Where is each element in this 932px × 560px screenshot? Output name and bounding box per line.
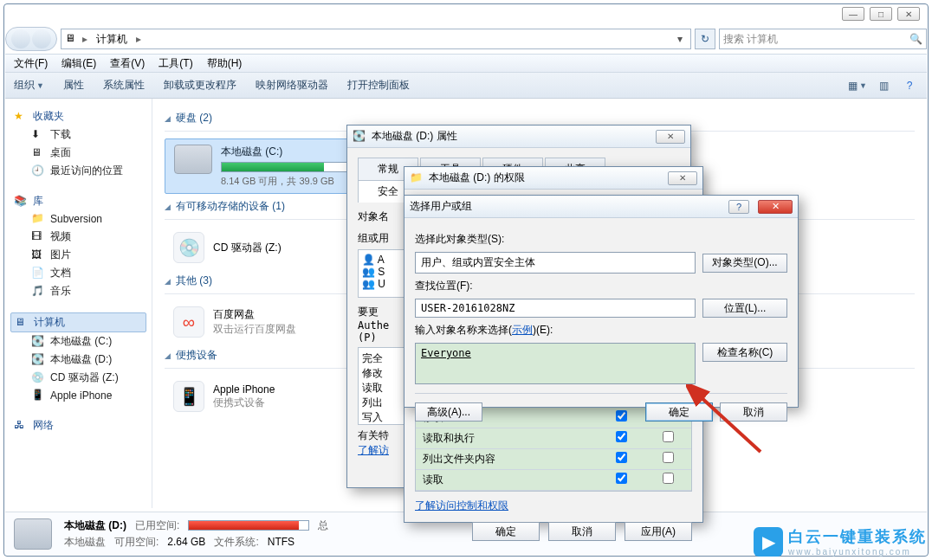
star-icon: ★ (14, 110, 28, 124)
toolbar-uninstall[interactable]: 卸载或更改程序 (164, 78, 236, 93)
navigation-bar: 🖥 ▸ 计算机 ▸ ▾ ↻ 搜索 计算机 🔍 (5, 26, 927, 52)
close-button[interactable]: ✕ (758, 200, 793, 214)
advanced-button[interactable]: 高级(A)... (415, 402, 482, 422)
sidebar-item-desktop[interactable]: 🖥桌面 (10, 144, 146, 162)
document-icon: 📄 (31, 267, 45, 280)
recent-icon: 🕘 (31, 164, 45, 178)
drive-c[interactable]: 本地磁盘 (C:) 8.14 GB 可用，共 39.9 GB (165, 138, 364, 194)
toolbar-properties[interactable]: 属性 (63, 78, 84, 93)
toolbar-control-panel[interactable]: 打开控制面板 (347, 78, 410, 93)
toolbar: 组织▼ 属性 系统属性 卸载或更改程序 映射网络驱动器 打开控制面板 ▦▼ ▥ … (5, 73, 927, 99)
drive-icon: 💽 (31, 335, 45, 349)
search-icon: 🔍 (909, 33, 922, 45)
sidebar-favorites[interactable]: ★收藏夹 (10, 107, 146, 126)
computer-icon: 🖥 (65, 32, 79, 46)
drive-icon (174, 145, 212, 174)
menu-tools[interactable]: 工具(T) (159, 56, 192, 71)
object-types-button[interactable]: 对象类型(O)... (702, 254, 787, 273)
menu-view[interactable]: 查看(V) (110, 56, 145, 71)
address-bar[interactable]: 🖥 ▸ 计算机 ▸ ▾ (61, 29, 691, 49)
sidebar-network[interactable]: 🖧网络 (10, 416, 146, 434)
toolbar-organize[interactable]: 组织▼ (14, 78, 44, 93)
location-field: USER-20161028NZ (415, 299, 696, 318)
download-icon: ⬇ (31, 128, 45, 142)
navigation-pane: ★收藏夹 ⬇下载 🖥桌面 🕘最近访问的位置 📚库 📁Subversion 🎞视频… (5, 99, 152, 508)
drive-icon (14, 518, 52, 550)
sidebar-item-documents[interactable]: 📄文档 (10, 264, 146, 282)
sidebar-item-drive-d[interactable]: 💽本地磁盘 (D:) (10, 351, 146, 369)
menu-bar: 文件(F) 编辑(E) 查看(V) 工具(T) 帮助(H) (5, 54, 927, 73)
object-names-input[interactable]: Everyone (415, 343, 696, 384)
computer-icon: 🖥 (15, 316, 29, 330)
sidebar-item-drive-z[interactable]: 💿CD 驱动器 (Z:) (10, 369, 146, 387)
picture-icon: 🖼 (31, 248, 45, 262)
sidebar-item-videos[interactable]: 🎞视频 (10, 228, 146, 246)
sidebar-item-drive-c[interactable]: 💽本地磁盘 (C:) (10, 332, 146, 351)
allow-check[interactable] (616, 452, 627, 463)
network-icon: 🖧 (14, 419, 28, 433)
desktop-icon: 🖥 (31, 146, 45, 160)
close-button[interactable]: ✕ (897, 7, 920, 21)
search-box[interactable]: 搜索 计算机 🔍 (719, 29, 927, 49)
cancel-button[interactable]: 取消 (548, 522, 616, 541)
allow-check[interactable] (616, 473, 627, 484)
phone-icon: 📱 (173, 381, 204, 412)
cancel-button[interactable]: 取消 (720, 402, 787, 422)
music-icon: 🎵 (31, 285, 45, 299)
close-button[interactable]: ✕ (668, 171, 697, 185)
drive-usage-bar (221, 162, 351, 172)
help-icon[interactable]: ? (901, 77, 918, 94)
apply-button[interactable]: 应用(A) (625, 522, 692, 541)
check-names-button[interactable]: 检查名称(C) (702, 343, 787, 362)
used-space-bar (188, 520, 309, 531)
video-icon: 🎞 (31, 230, 45, 244)
maximize-button[interactable]: □ (870, 7, 892, 21)
phone-icon: 📱 (31, 389, 45, 402)
drive-icon: 💽 (31, 353, 45, 367)
refresh-button[interactable]: ↻ (695, 29, 715, 49)
breadcrumb[interactable]: 计算机 (91, 30, 133, 48)
address-dropdown[interactable]: ▾ (673, 33, 687, 45)
ok-button[interactable]: 确定 (645, 402, 713, 422)
window-controls: — □ ✕ (842, 7, 920, 21)
sidebar-libraries[interactable]: 📚库 (10, 192, 146, 210)
dialog-title: 本地磁盘 (D:) 的权限 (429, 171, 525, 185)
nav-back-forward[interactable] (5, 27, 57, 51)
sidebar-computer[interactable]: 🖥计算机 (10, 312, 146, 332)
watermark: ▶ 白云一键重装系统 www.baiyunxitong.com (754, 526, 927, 557)
learn-link[interactable]: 了解访问控制和权限 (415, 499, 692, 513)
library-icon: 📚 (14, 195, 28, 209)
menu-edit[interactable]: 编辑(E) (61, 56, 96, 71)
menu-help[interactable]: 帮助(H) (207, 56, 243, 71)
deny-check[interactable] (663, 473, 674, 484)
example-link[interactable]: 示例 (512, 324, 533, 336)
toolbar-map-drive[interactable]: 映射网络驱动器 (256, 78, 328, 93)
watermark-icon: ▶ (754, 527, 783, 557)
drive-icon: 💽 (353, 130, 366, 144)
ok-button[interactable]: 确定 (472, 522, 540, 541)
baidu-icon: ∞ (173, 306, 204, 338)
sidebar-item-music[interactable]: 🎵音乐 (10, 282, 146, 300)
object-type-field: 用户、组或内置安全主体 (415, 252, 696, 274)
folder-icon: 📁 (410, 171, 424, 185)
folder-icon: 📁 (31, 212, 45, 226)
dialog-title: 本地磁盘 (D:) 属性 (372, 129, 457, 144)
menu-file[interactable]: 文件(F) (14, 56, 48, 71)
dialog-select-user: 选择用户或组 ? ✕ 选择此对象类型(S): 用户、组或内置安全主体 对象类型(… (404, 195, 799, 408)
toolbar-sys-properties[interactable]: 系统属性 (103, 78, 145, 93)
dialog-title: 选择用户或组 (410, 199, 472, 214)
minimize-button[interactable]: — (842, 7, 864, 21)
sidebar-item-iphone[interactable]: 📱Apple iPhone (10, 387, 146, 404)
cd-icon: 💿 (31, 371, 45, 385)
deny-check[interactable] (663, 452, 674, 463)
sidebar-item-pictures[interactable]: 🖼图片 (10, 246, 146, 264)
view-mode-icon[interactable]: ▦▼ (849, 77, 866, 94)
sidebar-item-recent[interactable]: 🕘最近访问的位置 (10, 162, 146, 180)
preview-pane-icon[interactable]: ▥ (875, 77, 892, 94)
close-button[interactable]: ✕ (656, 130, 685, 144)
sidebar-item-downloads[interactable]: ⬇下载 (10, 126, 146, 144)
sidebar-item-subversion[interactable]: 📁Subversion (10, 210, 146, 228)
help-button[interactable]: ? (728, 200, 749, 214)
locations-button[interactable]: 位置(L)... (702, 299, 787, 318)
cd-icon: 💿 (173, 232, 204, 263)
